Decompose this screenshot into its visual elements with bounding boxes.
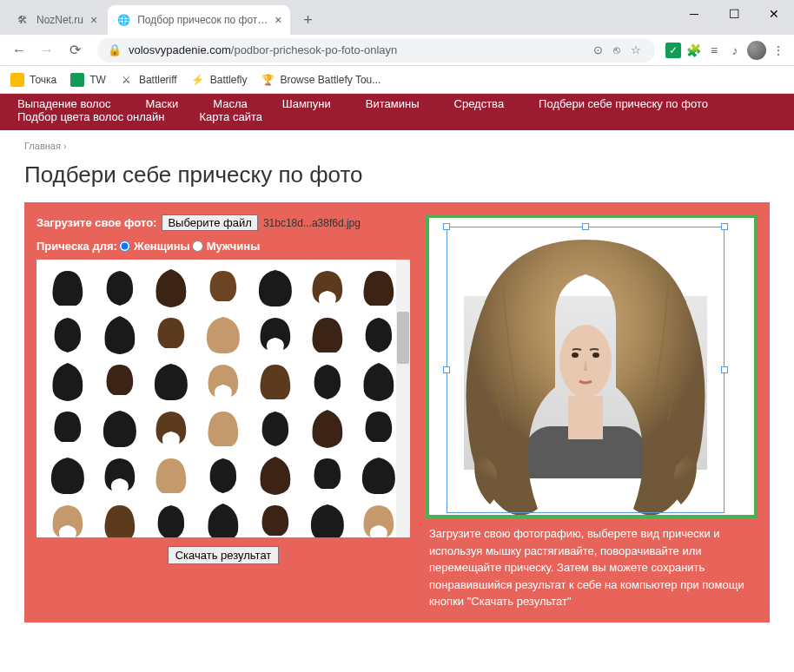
nav-link[interactable]: Средства [454, 97, 505, 110]
bookmark-label: Battlefly [210, 74, 248, 86]
bookmark-item[interactable]: Точка [10, 73, 56, 87]
new-tab-button[interactable]: + [295, 8, 320, 32]
minimize-button[interactable]: ─ [674, 0, 714, 28]
hairstyle-thumbnail[interactable] [43, 360, 92, 402]
bookmark-item[interactable]: ⚔Battleriff [120, 73, 177, 87]
hairstyle-thumbnail[interactable] [251, 501, 300, 537]
forward-button[interactable]: → [35, 38, 59, 63]
search-icon[interactable]: ⊙ [593, 43, 603, 56]
share-icon[interactable]: ⎋ [613, 43, 620, 56]
extension-list-icon[interactable]: ≡ [705, 42, 723, 59]
profile-avatar[interactable] [747, 41, 766, 60]
address-bar[interactable]: 🔒 volosvypadenie.com/podbor-prichesok-po… [97, 38, 655, 63]
gender-female[interactable]: Женщины [119, 240, 190, 253]
browser-toolbar: ← → ⟳ 🔒 volosvypadenie.com/podbor-priche… [0, 35, 794, 66]
hairstyle-thumbnail[interactable] [147, 407, 195, 449]
hairstyle-thumbnail[interactable] [96, 407, 144, 449]
favicon-globe: 🌐 [116, 13, 130, 27]
hairstyle-gallery[interactable] [36, 260, 410, 537]
upload-label: Загрузите свое фото: [36, 216, 156, 229]
nav-link[interactable]: Подбери себе прическу по фото [539, 97, 708, 110]
resize-handle-n[interactable] [582, 223, 589, 230]
hairstyle-thumbnail[interactable] [199, 267, 248, 308]
bookmark-item[interactable]: TW [70, 73, 106, 87]
maximize-button[interactable]: ☐ [714, 0, 754, 28]
hairstyle-thumbnail[interactable] [199, 407, 248, 449]
file-select-button[interactable]: Выберите файл [162, 214, 257, 231]
browser-titlebar: 🛠 NozNet.ru × 🌐 Подбор причесок по фото … [0, 0, 794, 35]
bookmark-icon: ⚡ [191, 73, 205, 87]
hairstyle-thumbnail[interactable] [199, 313, 248, 355]
hairstyle-thumbnail[interactable] [251, 360, 300, 402]
hairstyle-thumbnail[interactable] [147, 454, 195, 496]
menu-icon[interactable]: ⋮ [770, 42, 787, 59]
close-icon[interactable]: × [275, 13, 281, 27]
nav-link[interactable]: Карта сайта [200, 110, 262, 123]
nav-link[interactable]: Масла [213, 97, 248, 110]
bookmark-icon: 🏆 [261, 73, 275, 87]
hairstyle-thumbnail[interactable] [147, 313, 195, 355]
hairstyle-thumbnail[interactable] [303, 454, 352, 496]
gender-male[interactable]: Мужчины [192, 240, 261, 253]
hairstyle-thumbnail[interactable] [199, 501, 248, 537]
hairstyle-thumbnail[interactable] [147, 360, 195, 402]
hairstyle-thumbnail[interactable] [96, 501, 144, 537]
bookmark-icon [10, 73, 24, 87]
star-icon[interactable]: ☆ [631, 43, 641, 56]
hairstyle-thumbnail[interactable] [43, 267, 92, 308]
nav-link[interactable]: Подбор цвета волос онлайн [17, 110, 165, 123]
reload-button[interactable]: ⟳ [63, 38, 87, 63]
bookmark-item[interactable]: 🏆Browse Battlefy Tou... [261, 73, 380, 87]
hairstyle-thumbnail[interactable] [43, 501, 92, 537]
hairstyle-thumbnail[interactable] [303, 360, 352, 402]
hairstyle-thumbnail[interactable] [96, 454, 144, 496]
tab-inactive[interactable]: 🛠 NozNet.ru × [7, 5, 106, 35]
radio-female[interactable] [119, 240, 130, 252]
hairstyle-thumbnail[interactable] [303, 313, 352, 355]
gender-row: Прическа для: Женщины Мужчины [36, 240, 410, 253]
close-button[interactable]: ✕ [754, 0, 794, 28]
bookmark-icon: ⚔ [120, 73, 134, 87]
hairstyle-thumbnail[interactable] [303, 501, 352, 537]
resize-handle-ne[interactable] [721, 223, 728, 230]
scrollbar-thumb[interactable] [397, 312, 409, 364]
download-button[interactable]: Скачать результат [168, 546, 280, 564]
hairstyle-thumbnail[interactable] [96, 267, 144, 308]
bookmark-item[interactable]: ⚡Battlefly [191, 73, 248, 87]
hairstyle-thumbnail[interactable] [96, 360, 144, 402]
breadcrumb-home[interactable]: Главная [24, 141, 61, 151]
nav-link[interactable]: Маски [146, 97, 179, 110]
hairstyle-thumbnail[interactable] [96, 313, 144, 355]
hairstyle-thumbnail[interactable] [199, 454, 248, 496]
preview-canvas[interactable] [426, 214, 758, 518]
hairstyle-thumbnail[interactable] [303, 407, 352, 449]
upload-row: Загрузите свое фото: Выберите файл 31bc1… [36, 214, 410, 231]
back-button[interactable]: ← [7, 38, 31, 63]
extension-puzzle-icon[interactable]: 🧩 [685, 42, 702, 59]
hairstyle-thumbnail[interactable] [199, 360, 248, 402]
hairstyle-thumbnail[interactable] [251, 267, 300, 308]
selection-box[interactable] [447, 227, 725, 513]
close-icon[interactable]: × [90, 13, 97, 27]
hairstyle-thumbnail[interactable] [147, 501, 195, 537]
hairstyle-thumbnail[interactable] [251, 407, 300, 449]
scrollbar-track[interactable] [396, 260, 410, 537]
nav-link[interactable]: Выпадение волос [17, 97, 111, 110]
file-name: 31bc18d...a38f6d.jpg [263, 217, 361, 229]
hairstyle-thumbnail[interactable] [43, 407, 92, 449]
resize-handle-nw[interactable] [443, 223, 450, 230]
resize-handle-w[interactable] [443, 366, 450, 373]
tab-active[interactable]: 🌐 Подбор причесок по фото онла × [108, 5, 290, 35]
hairstyle-thumbnail[interactable] [43, 313, 92, 355]
extension-check-icon[interactable]: ✓ [665, 43, 681, 58]
hairstyle-thumbnail[interactable] [303, 267, 352, 308]
hairstyle-thumbnail[interactable] [251, 313, 300, 355]
nav-link[interactable]: Витамины [366, 97, 420, 110]
extension-music-icon[interactable]: ♪ [726, 42, 744, 59]
hairstyle-thumbnail[interactable] [251, 454, 300, 496]
radio-male[interactable] [192, 240, 203, 252]
hairstyle-thumbnail[interactable] [147, 267, 195, 308]
hairstyle-thumbnail[interactable] [43, 454, 92, 496]
nav-link[interactable]: Шампуни [282, 97, 331, 110]
resize-handle-e[interactable] [721, 366, 728, 373]
